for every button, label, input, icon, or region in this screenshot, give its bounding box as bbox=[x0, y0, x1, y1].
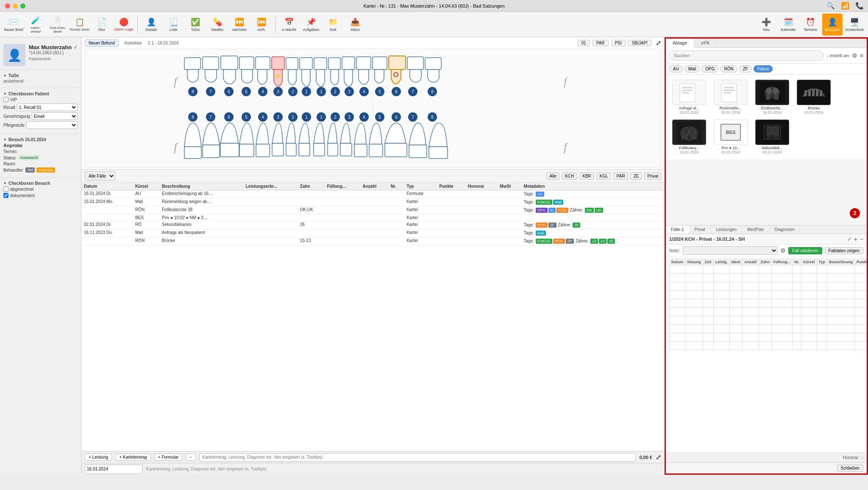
add-karteieintrag-button[interactable]: + Karteleintrag bbox=[115, 454, 150, 461]
show-data-button[interactable]: Falldaten zeigen bbox=[825, 247, 863, 254]
bottom-input[interactable] bbox=[199, 453, 636, 462]
tab-psi[interactable]: PSI bbox=[611, 40, 626, 46]
file-item-bes[interactable]: BES Priv ● 10... 15.01.2024 bbox=[712, 120, 749, 154]
minus-icon[interactable]: − bbox=[860, 236, 863, 242]
filter-kch-btn[interactable]: KCH bbox=[562, 173, 577, 180]
notiz-settings-icon[interactable]: ⚙ bbox=[780, 247, 786, 254]
dokumentiert-checkbox[interactable] bbox=[3, 193, 8, 198]
checkboxen-patient-title[interactable]: Checkboxen Patient bbox=[3, 92, 78, 96]
besuch-title[interactable]: Besuch 15.01.2024 bbox=[3, 137, 78, 142]
case-filter-select[interactable]: Alle Fälle bbox=[85, 171, 115, 181]
file-item-erstbescheinigung[interactable]: Erstbesche... 16.01.2024 bbox=[754, 80, 790, 114]
filter-tag-au[interactable]: AU bbox=[669, 65, 683, 72]
patient-info-button[interactable]: Patienteninfo bbox=[29, 57, 78, 61]
dok-button[interactable]: 📁 Dok bbox=[323, 14, 343, 36]
table-row[interactable]: 02.01.2024 Di. RÖ Sekundärkaries 26 Kart… bbox=[81, 221, 665, 229]
filter-alle-btn[interactable]: Alle bbox=[546, 173, 559, 180]
filter-tag-mail[interactable]: Mail bbox=[684, 65, 700, 72]
genehmigung-select[interactable]: Email bbox=[32, 112, 78, 120]
br-table-row[interactable] bbox=[670, 274, 867, 282]
table-row[interactable]: 16.01.2024 Di. AU Erstbescheinigung ab 1… bbox=[81, 190, 665, 198]
br-table-row[interactable] bbox=[670, 333, 867, 342]
details-button[interactable]: 👤 Details bbox=[141, 14, 161, 36]
termine-button[interactable]: ⏰ Termine bbox=[800, 14, 821, 36]
br-table-row[interactable] bbox=[670, 316, 867, 325]
benutzer-button[interactable]: 👤 Benutzer bbox=[822, 14, 843, 36]
file-item-rueckmeldung[interactable]: Rückmeldu... 16.01.2024 bbox=[712, 80, 749, 114]
pflegestufe-select[interactable] bbox=[26, 121, 78, 129]
vip-checkbox[interactable] bbox=[3, 97, 8, 102]
br-table-row[interactable] bbox=[670, 265, 867, 274]
br-table-row[interactable] bbox=[670, 308, 867, 316]
file-item-sekundaer[interactable]: Sekundärk... 02.01.2024 bbox=[754, 120, 790, 154]
notiz-select[interactable] bbox=[683, 246, 778, 255]
filter-icon[interactable]: ≡ bbox=[860, 52, 863, 59]
neuer-befund-button[interactable]: Neuer Befund bbox=[85, 39, 119, 47]
file-search-input[interactable] bbox=[669, 50, 824, 61]
date-input[interactable] bbox=[85, 465, 143, 474]
filter-kgl-btn[interactable]: KGL bbox=[597, 173, 611, 180]
file-item-anfrage[interactable]: Anfrage al... 16.01.2024 bbox=[671, 80, 707, 114]
checkboxen-besuch-title[interactable]: Checkboxen Besuch bbox=[3, 181, 78, 186]
neu-button[interactable]: ➕ Neu bbox=[756, 14, 776, 36]
file-item-bruecke[interactable]: Brücke 15.01.2024 bbox=[796, 80, 832, 114]
abgerechnet-checkbox[interactable] bbox=[3, 187, 8, 192]
filter-privat-btn[interactable]: Privat bbox=[644, 173, 661, 180]
filter-kbr-btn[interactable]: KBR bbox=[579, 173, 594, 180]
todo-button[interactable]: ✅ ToDo bbox=[185, 14, 206, 36]
filter-par-btn[interactable]: PAR bbox=[614, 173, 628, 180]
filter-tag-fokus[interactable]: Fokus bbox=[754, 65, 773, 72]
impl-doku-button[interactable]: 🦷 Impl-Doku direkt bbox=[47, 14, 68, 36]
plus-icon[interactable]: + bbox=[854, 236, 857, 242]
filter-tag-zf[interactable]: ZF bbox=[739, 65, 752, 72]
screenlock-button[interactable]: 🖥️ Screenlock bbox=[844, 14, 865, 36]
validate-button[interactable]: Fall validieren bbox=[788, 247, 822, 254]
br-tab-faelle[interactable]: Fälle-1 bbox=[666, 226, 690, 234]
table-row[interactable]: BES Priv ● 10:02 ● NM ● 0.... Kartei bbox=[81, 214, 665, 221]
fullscreen-button[interactable] bbox=[20, 3, 25, 8]
tab-par[interactable]: PAR bbox=[593, 40, 609, 46]
br-table-row[interactable] bbox=[670, 291, 867, 299]
br-tab-privat[interactable]: Privat bbox=[690, 226, 711, 234]
vorh-button[interactable]: ⏮️ vorh. bbox=[251, 14, 272, 36]
minimize-button[interactable] bbox=[13, 3, 18, 8]
tab-epa[interactable]: ePA bbox=[694, 39, 717, 47]
br-table-row[interactable] bbox=[670, 299, 867, 308]
table-row[interactable]: 15.01.2024 Mo. Mail Rückmeldung wegen ak… bbox=[81, 198, 665, 206]
table-row[interactable]: RÖN Brücke 15-13 Kartei bbox=[81, 237, 665, 245]
recall-select[interactable]: 1. Recall 01 bbox=[17, 103, 78, 111]
table-expand-icon[interactable]: ⤢ bbox=[656, 453, 661, 461]
table-row[interactable]: RÖN Follikularzste 38 OK;UK Kartei bbox=[81, 206, 665, 214]
br-tab-leistungen[interactable]: Leistungen bbox=[711, 226, 742, 234]
filter-ze-btn[interactable]: ZE bbox=[631, 173, 642, 180]
add-formular-button[interactable]: + Formular bbox=[154, 454, 183, 461]
br-tab-medplan[interactable]: MedPlan bbox=[742, 226, 769, 234]
br-tab-diagnosen[interactable]: Diagnosen bbox=[770, 226, 801, 234]
filter-tag-ron[interactable]: RÖN bbox=[720, 65, 737, 72]
liste-button[interactable]: 📃 Liste bbox=[163, 14, 184, 36]
close-button[interactable]: Schließen bbox=[837, 465, 863, 472]
minus-button[interactable]: − bbox=[186, 454, 196, 461]
br-table-row[interactable] bbox=[670, 342, 867, 350]
tab-sb[interactable]: SB/JAP! bbox=[628, 40, 651, 46]
add-leistung-button[interactable]: + Leistung bbox=[85, 454, 112, 461]
settings-icon[interactable]: ⚙ bbox=[852, 52, 857, 59]
rezept-direkt-button[interactable]: 📋 Rezept direkt bbox=[70, 14, 90, 36]
enachti-button[interactable]: 📅 e-Nächti bbox=[279, 14, 299, 36]
neuer-brief-button[interactable]: ✉️ Neuer Brief bbox=[3, 14, 24, 36]
close-button[interactable] bbox=[5, 3, 10, 8]
file-item-follikulary[interactable]: Follikulary... 15.01.2024 bbox=[671, 120, 707, 154]
filter-tag-opg[interactable]: OPG bbox=[701, 65, 718, 72]
rez-button[interactable]: 📄 Rez bbox=[92, 14, 112, 36]
inbox-button[interactable]: 📥 Inbox bbox=[345, 14, 365, 36]
korrektur-button[interactable]: Korrektur bbox=[121, 40, 145, 46]
br-table-row[interactable] bbox=[670, 325, 867, 333]
mediks-button[interactable]: 💊 Mediks bbox=[207, 14, 228, 36]
kalender-button[interactable]: 🗓️ Kalender bbox=[778, 14, 798, 36]
search-icon[interactable]: 🔍 bbox=[826, 2, 835, 10]
todo-section-title[interactable]: ToDo bbox=[3, 73, 78, 78]
tab-ablage[interactable]: Ablage bbox=[666, 39, 694, 48]
daisy-login-button[interactable]: 🔴 DAISY Login bbox=[114, 14, 134, 36]
labor-verlauf-button[interactable]: 🧪 Labor- verlauf bbox=[25, 14, 46, 36]
naechster-button[interactable]: ⏭️ nächster bbox=[229, 14, 250, 36]
